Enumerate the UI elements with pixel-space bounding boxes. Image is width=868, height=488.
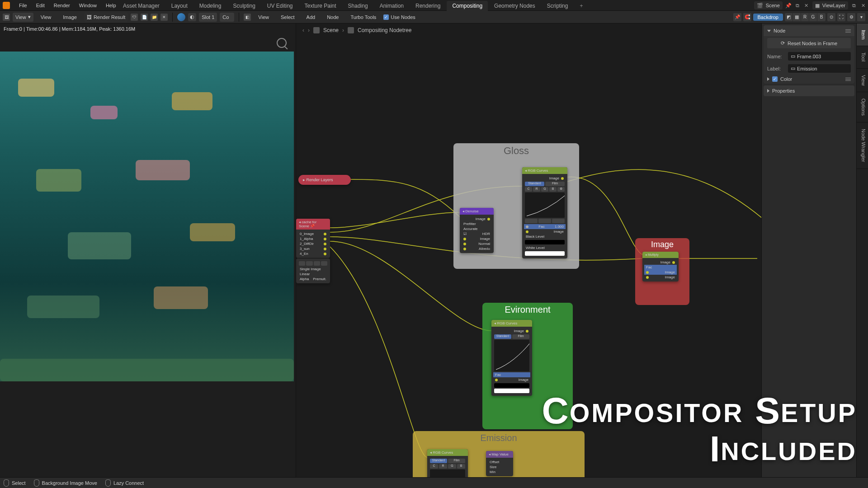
node-rgb-curves[interactable]: ◂ RGB Curves Image StandardFilm CRGB⚙ Fa…	[522, 167, 567, 258]
node-input[interactable]: Image	[644, 270, 677, 275]
node-input[interactable]: Albedo	[462, 246, 492, 251]
workspace-tab-layout[interactable]: Layout	[166, 1, 193, 11]
close-image-icon[interactable]: ✕	[160, 14, 168, 21]
open-icon[interactable]: 📁	[151, 14, 158, 21]
use-nodes-toggle[interactable]: Use Nodes	[383, 14, 415, 20]
node-header[interactable]: ◂ RGB Curves	[522, 167, 567, 174]
node-output[interactable]: 0_Image	[298, 231, 328, 236]
pin-view-icon[interactable]: 📌	[733, 13, 741, 21]
slot-selector[interactable]: Slot 1	[199, 13, 217, 22]
workspace-tab-uv[interactable]: UV Editing	[262, 1, 298, 11]
layer-pass[interactable]: Co	[220, 13, 234, 22]
scene-selector[interactable]: 🎬 Scene	[754, 1, 783, 9]
node-output[interactable]: Image	[462, 216, 492, 221]
node-editor-panel[interactable]: ‹ › Scene › Compositing Nodetree ▸ Rende…	[296, 23, 761, 477]
white-level-swatch[interactable]	[525, 251, 565, 256]
image-editor-icon[interactable]: 🖼	[3, 14, 10, 21]
vtab-item[interactable]: Item	[857, 23, 868, 46]
vtab-tool[interactable]: Tool	[857, 46, 868, 68]
node-header[interactable]: ◂ Map Value	[486, 451, 513, 458]
node-cache[interactable]: ◂ cache for Scene 📌 0_Image 1_Alpha 2_Di…	[296, 219, 330, 258]
node-field[interactable]: Offset	[488, 460, 511, 465]
viewlayer-selector[interactable]: ▦ ViewLayer	[812, 1, 848, 9]
node-output[interactable]: Image	[524, 176, 566, 181]
snap-icon[interactable]: 🧲	[743, 13, 751, 21]
shield-icon[interactable]: 🛡	[131, 14, 138, 21]
node-option[interactable]: Single Image	[298, 267, 328, 272]
node-output[interactable]: 3_sun	[298, 246, 328, 251]
vtab-node-wrangler[interactable]: Node Wrangler	[857, 122, 868, 169]
menu-file[interactable]: File	[14, 0, 32, 11]
curve-widget[interactable]	[494, 340, 529, 371]
copy-icon[interactable]: ⧉	[794, 2, 801, 9]
vtab-view[interactable]: View	[857, 69, 868, 93]
node-header[interactable]: ◂ Multiply	[642, 252, 679, 258]
node-field[interactable]: ☑ HDR	[462, 231, 492, 236]
channel-b[interactable]: B	[817, 13, 826, 21]
channel-alpha-icon[interactable]: ▦	[793, 13, 801, 21]
name-input[interactable]: ▭ Frame.003	[788, 52, 851, 61]
orientation-icon[interactable]	[177, 13, 185, 21]
channel-color-icon[interactable]: ◩	[785, 13, 793, 21]
node-option[interactable]: AlphaPremult.	[298, 277, 328, 282]
workspace-add-button[interactable]: +	[574, 1, 585, 11]
dropdown-icon[interactable]: ▾	[857, 13, 865, 21]
node-output[interactable]: Image	[644, 260, 677, 265]
close-scene-icon[interactable]: ✕	[803, 2, 810, 9]
workspace-tab-animation[interactable]: Animation	[374, 1, 409, 11]
workspace-tab-rendering[interactable]: Rendering	[410, 1, 446, 11]
menu-render[interactable]: Render	[49, 0, 75, 11]
curve-widget[interactable]	[525, 192, 565, 218]
workspace-tab-sculpting[interactable]: Sculpting	[227, 1, 260, 11]
turbo-tools-menu[interactable]: Turbo Tools	[346, 12, 381, 23]
node-input[interactable]: Image	[462, 236, 492, 241]
gear-icon[interactable]: ⚙	[847, 13, 855, 21]
list-icon[interactable]	[845, 78, 851, 81]
workspace-tab-compositing[interactable]: Compositing	[447, 1, 488, 11]
node-field[interactable]: Size	[488, 465, 511, 469]
node-header[interactable]: ▸ Render Layers	[298, 175, 351, 185]
label-input[interactable]: ▭ Emission	[788, 64, 851, 73]
node-add-menu[interactable]: Add	[302, 12, 320, 23]
curve-widget[interactable]	[430, 469, 465, 477]
node-fac[interactable]: Fac	[493, 372, 530, 377]
node-render-layers[interactable]: ▸ Render Layers	[298, 175, 351, 185]
sidebar-node-header[interactable]: Node	[764, 25, 854, 36]
node-denoise[interactable]: ◂ Denoise Image Prefilter Accurate ☑ HDR…	[460, 208, 494, 253]
node-emission-rgbcurve[interactable]: ◂ RGB Curves StandardFilm CRGB	[427, 449, 468, 477]
node-fac[interactable]: Fac	[644, 265, 677, 270]
menu-window[interactable]: Window	[75, 0, 101, 11]
view-menu-1[interactable]: View ▾	[13, 13, 33, 22]
breadcrumb-tree[interactable]: Compositing Nodetree	[358, 27, 411, 33]
node-node-menu[interactable]: Node	[322, 12, 343, 23]
node-field[interactable]: Prefilter	[462, 221, 492, 226]
reset-nodes-button[interactable]: ⟳ Reset Nodes in Frame	[767, 38, 851, 48]
new-image-icon[interactable]: 📄	[141, 14, 148, 21]
node-field[interactable]: Accurate	[462, 226, 492, 231]
node-emission-mapvalue[interactable]: ◂ Map Value Offset Size Min	[486, 451, 513, 476]
node-output[interactable]: 4_En	[298, 251, 328, 256]
node-output[interactable]: Image	[493, 328, 530, 333]
render-preview[interactable]	[0, 52, 294, 381]
view-menu-2[interactable]: View	[36, 12, 56, 23]
workspace-tab-shading[interactable]: Shading	[343, 1, 373, 11]
copy-viewlayer-icon[interactable]: ⧉	[851, 2, 857, 9]
node-editor-icon[interactable]: ◧	[244, 14, 251, 21]
node-black[interactable]: Black Level	[524, 234, 566, 239]
node-image-layers[interactable]: Single Image Linear AlphaPremult.	[296, 258, 330, 283]
chevron-right-icon[interactable]	[767, 77, 769, 81]
node-header[interactable]: ◂ cache for Scene 📌	[296, 219, 330, 230]
node-select-menu[interactable]: Select	[276, 12, 299, 23]
menu-edit[interactable]: Edit	[32, 0, 49, 11]
blender-logo-icon[interactable]	[3, 2, 10, 9]
menu-icon[interactable]	[845, 29, 851, 33]
workspace-tab-asset-manager[interactable]: Asset Manager	[118, 1, 165, 11]
node-input[interactable]: Normal	[462, 241, 492, 246]
node-fac[interactable]: Fac1.000	[524, 224, 566, 229]
node-multiply[interactable]: ◂ Multiply Image Fac Image Image	[642, 252, 679, 282]
close-viewlayer-icon[interactable]: ✕	[860, 2, 866, 9]
workspace-tab-geometry[interactable]: Geometry Nodes	[489, 1, 541, 11]
color-checkbox[interactable]	[772, 76, 778, 82]
channel-g[interactable]: G	[809, 13, 817, 21]
breadcrumb-fwd-icon[interactable]: ›	[308, 27, 310, 33]
